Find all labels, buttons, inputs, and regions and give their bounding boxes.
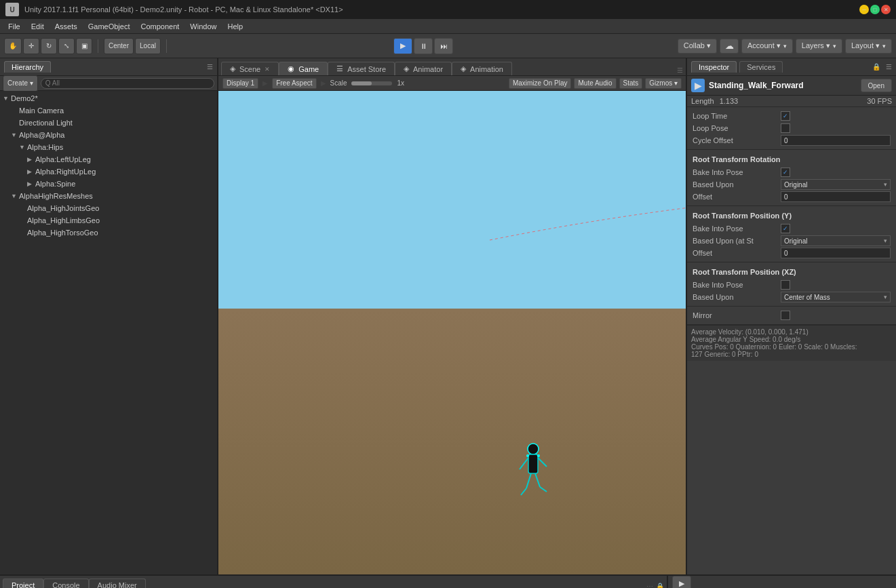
hierarchy-tab[interactable]: Hierarchy <box>4 61 51 73</box>
length-label: Length <box>691 97 714 105</box>
menu-file[interactable]: File <box>3 22 26 31</box>
hier-label-alpha-hips: Alpha:Hips <box>27 143 63 151</box>
inspector-lock[interactable]: 🔒 <box>872 63 880 71</box>
hier-item-demo2[interactable]: ▼ Demo2* <box>0 92 217 104</box>
offset-pos-y-input[interactable] <box>781 248 891 258</box>
tab-game[interactable]: ◉ Game <box>279 62 328 75</box>
inspector-tab[interactable]: Inspector <box>691 61 737 73</box>
mute-audio[interactable]: Mute Audio <box>574 78 616 89</box>
mirror-row: Mirror <box>693 309 891 321</box>
scene-toolbar: Display 1 ▶ Free Aspect ▶ Scale 1x Maxim… <box>218 76 686 91</box>
offset-rot-row: Offset <box>693 191 891 203</box>
step-button[interactable]: ⏭ <box>434 38 453 54</box>
scene-panel-menu[interactable]: ☰ <box>677 66 683 74</box>
loop-time-checkbox[interactable]: ✓ <box>781 111 790 121</box>
maximize-on-play[interactable]: Maximize On Play <box>509 78 572 89</box>
asset-store-tab-icon: ☰ <box>336 64 343 73</box>
hierarchy-toolbar: Create ▾ <box>0 76 217 91</box>
play-button[interactable]: ▶ <box>393 38 412 54</box>
tab-project[interactable]: Project <box>3 579 43 588</box>
menu-assets[interactable]: Assets <box>50 22 83 31</box>
hand-tool[interactable]: ✋ <box>4 38 22 54</box>
gizmos-button[interactable]: Gizmos ▾ <box>645 78 682 89</box>
space-button[interactable]: Local <box>135 38 161 54</box>
cloud-button[interactable]: ☁ <box>720 39 739 54</box>
hier-item-torso[interactable]: Alpha_HighTorsoGeo <box>0 227 217 239</box>
hierarchy-create-button[interactable]: Create ▾ <box>3 75 38 92</box>
inspector-options[interactable]: ☰ <box>886 63 892 71</box>
menu-window[interactable]: Window <box>184 22 222 31</box>
menu-component[interactable]: Component <box>135 22 184 31</box>
hier-item-alpha-rightupleg[interactable]: ▶ Alpha:RightUpLeg <box>0 165 217 178</box>
based-upon-pos-y-dropdown[interactable]: Original <box>781 235 891 246</box>
root-rot-header: Root Transform Rotation <box>693 153 891 166</box>
tab-audio-mixer[interactable]: Audio Mixer <box>89 579 146 588</box>
scale-tool[interactable]: ⤡ <box>58 38 75 54</box>
window-controls: ─ □ ✕ <box>859 5 891 14</box>
tab-animator[interactable]: ◈ Animator <box>395 62 452 75</box>
hierarchy-options[interactable]: ☰ <box>207 63 213 71</box>
pause-button[interactable]: ⏸ <box>414 38 433 54</box>
maximize-button[interactable]: □ <box>870 5 880 14</box>
hier-label-alpha-meshes: AlphaHighResMeshes <box>19 192 93 200</box>
hier-item-alpha-hips[interactable]: ▼ Alpha:Hips <box>0 141 217 153</box>
loop-time-label: Loop Time <box>693 112 781 120</box>
tab-animation[interactable]: ◈ Animation <box>452 62 512 75</box>
loop-pose-checkbox[interactable] <box>781 123 790 133</box>
bake-pos-xz-checkbox[interactable] <box>781 280 790 290</box>
based-upon-rot-dropdown[interactable]: Original <box>781 179 891 190</box>
scale-slider[interactable] <box>351 81 392 85</box>
hier-item-limbs[interactable]: Alpha_HighLimbsGeo <box>0 214 217 227</box>
scene-tab-close[interactable]: ✕ <box>265 66 270 73</box>
hierarchy-search[interactable] <box>41 78 214 89</box>
menu-help[interactable]: Help <box>222 22 248 31</box>
scale-value: 1x <box>397 79 405 87</box>
hier-item-dirlight[interactable]: Directional Light <box>0 117 217 129</box>
move-tool[interactable]: ✛ <box>23 38 39 54</box>
rotate-tool[interactable]: ↻ <box>41 38 57 54</box>
hier-item-alpha-spine[interactable]: ▶ Alpha:Spine <box>0 178 217 190</box>
open-button[interactable]: Open <box>861 79 892 92</box>
center-panel: ◈ Scene ✕ ◉ Game ☰ Asset Store ◈ Animato… <box>218 58 686 574</box>
hier-item-alpha-alpha[interactable]: ▼ Alpha@Alpha <box>0 129 217 141</box>
character-in-scene <box>513 441 553 510</box>
menu-edit[interactable]: Edit <box>26 22 50 31</box>
bake-rot-checkbox[interactable]: ✓ <box>781 168 790 177</box>
offset-rot-input[interactable] <box>781 191 891 202</box>
account-button[interactable]: Account ▾ <box>741 39 793 54</box>
cycle-offset-input[interactable] <box>781 135 891 146</box>
services-tab[interactable]: Services <box>739 61 783 73</box>
tab-scene[interactable]: ◈ Scene ✕ <box>221 62 279 75</box>
root-pos-y-header: Root Transform Position (Y) <box>693 209 891 222</box>
menu-gameobject[interactable]: GameObject <box>83 22 136 31</box>
mirror-section: Mirror <box>687 307 896 325</box>
hier-item-alpha-meshes[interactable]: ▼ AlphaHighResMeshes <box>0 190 217 202</box>
project-panel-lock[interactable]: 🔒 <box>656 583 664 588</box>
preview-play-button[interactable]: ▶ <box>672 576 691 589</box>
tab-asset-store[interactable]: ☰ Asset Store <box>328 62 395 75</box>
display-dropdown[interactable]: Display 1 <box>222 78 258 89</box>
scene-tab-label: Scene <box>239 65 260 73</box>
close-button[interactable]: ✕ <box>881 5 891 14</box>
project-panel-options[interactable]: ⋯ <box>646 583 653 588</box>
offset-rot-label: Offset <box>693 193 781 201</box>
stats-button[interactable]: Stats <box>619 78 643 89</box>
hier-item-maincamera[interactable]: Main Camera <box>0 104 217 117</box>
hier-label-joints: Alpha_HighJointsGeo <box>27 204 99 212</box>
layers-button[interactable]: Layers ▾ <box>796 39 842 54</box>
based-upon-pos-xz-dropdown[interactable]: Center of Mass <box>781 292 891 302</box>
mirror-checkbox[interactable] <box>781 311 790 320</box>
based-upon-pos-xz-label: Based Upon <box>693 293 781 301</box>
hier-item-joints[interactable]: Alpha_HighJointsGeo <box>0 202 217 214</box>
aspect-dropdown[interactable]: Free Aspect <box>272 78 316 89</box>
rect-tool[interactable]: ▣ <box>76 38 92 54</box>
collab-button[interactable]: Collab ▾ <box>678 39 717 54</box>
tab-console[interactable]: Console <box>43 579 88 588</box>
animation-tab-label: Animation <box>470 65 503 73</box>
bake-pos-y-checkbox[interactable]: ✓ <box>781 224 790 233</box>
inspector-header: Inspector Services 🔒 ☰ <box>687 58 896 76</box>
hier-item-alpha-leftupleg[interactable]: ▶ Alpha:LeftUpLeg <box>0 153 217 165</box>
minimize-button[interactable]: ─ <box>859 5 869 14</box>
layout-button[interactable]: Layout ▾ <box>845 39 892 54</box>
pivot-button[interactable]: Center <box>104 38 134 54</box>
